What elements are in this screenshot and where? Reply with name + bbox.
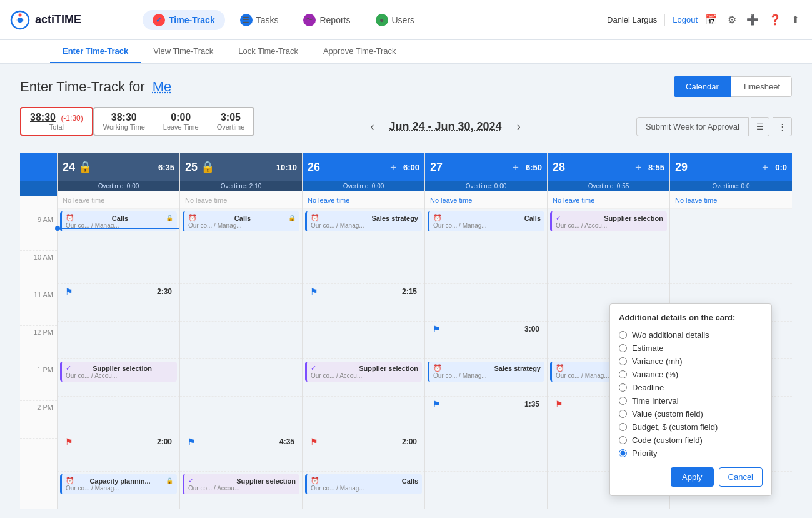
nav-timetrack-btn[interactable]: ✓ Time-Track	[143, 10, 225, 30]
apply-button[interactable]: Apply	[671, 467, 714, 487]
tasks-icon: ☰	[240, 14, 253, 26]
panel-title: Additional details on the card:	[619, 313, 763, 322]
nav-tasks-btn[interactable]: ☰ Tasks	[230, 10, 289, 30]
radio-input-0[interactable]	[619, 331, 627, 339]
nav-users-btn[interactable]: ● Users	[366, 10, 425, 30]
subnav-view-timetrack[interactable]: View Time-Track	[141, 40, 226, 63]
logout-link[interactable]: Logout	[673, 15, 698, 24]
day-slot-26-4: ✓ Supplier selection Our co... / Accou..…	[303, 359, 424, 397]
submit-week-btn[interactable]: Submit Week for Approval	[636, 117, 749, 136]
cancel-button[interactable]: Cancel	[719, 467, 763, 487]
day-slot-24-7: ⏰ Capacity plannin... 🔒 Our co... / Mana…	[58, 472, 179, 509]
radio-item-6[interactable]: Value (custom field)	[619, 407, 763, 420]
task-card-supplier-26[interactable]: ✓ Supplier selection Our co... / Accou..…	[305, 362, 422, 382]
day-add-btn-28[interactable]: ＋	[631, 161, 646, 174]
check-icon: ✓	[66, 364, 71, 372]
check-icon-26: ✓	[311, 364, 316, 372]
day-slot-29-0	[670, 209, 792, 246]
task-card-capacity-24[interactable]: ⏰ Capacity plannin... 🔒 Our co... / Mana…	[60, 474, 177, 494]
radio-label-8: Code (custom field)	[632, 435, 703, 445]
radio-input-4[interactable]	[619, 383, 627, 392]
radio-input-2[interactable]	[619, 357, 627, 365]
task-card-supplier-25[interactable]: ✓ Supplier selection Our co... / Accou..…	[183, 474, 299, 494]
day-slot-28-1	[548, 246, 669, 284]
subnav-lock-timetrack[interactable]: Lock Time-Track	[226, 40, 311, 63]
user-link[interactable]: Me	[153, 79, 172, 94]
radio-item-8[interactable]: Code (custom field)	[619, 434, 763, 447]
flag-blue-icon-26: ⚑	[310, 287, 318, 297]
day-leave-26[interactable]: No leave time	[303, 191, 424, 209]
radio-item-5[interactable]: Time Interval	[619, 394, 763, 407]
day-slot-24-1	[58, 246, 179, 284]
radio-item-9[interactable]: Priority	[619, 447, 763, 460]
flag-red-icon: ⚑	[65, 437, 73, 447]
clock-icon-25: ⏰	[188, 214, 197, 222]
subnav-approve-timetrack[interactable]: Approve Time-Track	[311, 40, 409, 63]
radio-label-3: Variance (%)	[632, 370, 678, 379]
help-icon-btn[interactable]: ❓	[766, 11, 784, 28]
radio-item-3[interactable]: Variance (%)	[619, 368, 763, 381]
settings-icon-btn[interactable]: ⚙	[725, 11, 739, 28]
radio-label-5: Time Interval	[632, 396, 679, 405]
radio-item-7[interactable]: Budget, $ (custom field)	[619, 420, 763, 434]
day-add-btn-27[interactable]: ＋	[508, 161, 523, 174]
task-card-calls-25[interactable]: ⏰ Calls 🔒 Our co... / Manag...	[183, 211, 299, 231]
day-slot-24-0: ⏰ Calls 🔒 Our co... / Manag...	[58, 209, 179, 246]
radio-input-1[interactable]	[619, 344, 627, 352]
task-card-sales-27[interactable]: ⏰ Sales strategy Our co... / Manag...	[428, 362, 544, 382]
radio-item-4[interactable]: Deadline	[619, 381, 763, 394]
day-leave-25: No leave time	[180, 191, 302, 209]
arrow-icon-btn[interactable]: ⬆	[789, 11, 802, 28]
subnav-enter-timetrack[interactable]: Enter Time-Track	[50, 40, 141, 63]
radio-input-6[interactable]	[619, 410, 627, 418]
calendar-icon-btn[interactable]: 📅	[703, 11, 720, 28]
day-leave-29[interactable]: No leave time	[670, 191, 792, 209]
prev-week-btn[interactable]: ‹	[366, 118, 379, 136]
radio-label-1: Estimate	[632, 343, 664, 353]
day-overtime-28: Overtime: 0:55	[548, 181, 669, 191]
submit-more-btn[interactable]: ☰	[751, 117, 769, 136]
day-add-btn-26[interactable]: ＋	[386, 161, 401, 174]
task-card-supplier-24[interactable]: ✓ Supplier selection Our co... / Accou..…	[60, 362, 177, 382]
clock-icon-26: ⏰	[311, 214, 319, 222]
radio-item-0[interactable]: W/o additional details	[619, 328, 763, 342]
day-slot-27-2	[425, 284, 547, 322]
stats-row: 38:30 (-1:30) Total 38:30 Working Time 0…	[20, 107, 254, 136]
lock-icon-25: 🔒	[288, 215, 296, 221]
panel-actions: Apply Cancel	[619, 467, 763, 487]
day-slot-26-5	[303, 397, 424, 434]
radio-input-9[interactable]	[619, 449, 627, 457]
add-icon-btn[interactable]: ➕	[744, 11, 761, 28]
next-week-btn[interactable]: ›	[512, 118, 526, 136]
more-options-btn[interactable]: ⋮	[773, 117, 792, 136]
flag-entry-24-2: ⚑ 2:30	[60, 285, 177, 298]
radio-input-8[interactable]	[619, 436, 627, 444]
radio-item-2[interactable]: Variance (mh)	[619, 355, 763, 368]
radio-input-5[interactable]	[619, 397, 627, 405]
timetrack-icon: ✓	[153, 14, 165, 26]
nav-reports-btn[interactable]: 〜 Reports	[293, 10, 360, 30]
time-label-12pm: 12 PM	[20, 326, 57, 363]
day-slot-26-0: ⏰ Sales strategy Our co... / Manag...	[303, 209, 424, 246]
day-add-btn-29[interactable]: ＋	[758, 161, 773, 174]
day-slot-27-3: ⚑ 3:00	[425, 322, 547, 359]
timesheet-view-btn[interactable]: Timesheet	[731, 76, 792, 97]
day-slot-29-1	[670, 246, 792, 284]
radio-item-1[interactable]: Estimate	[619, 342, 763, 355]
radio-input-3[interactable]	[619, 370, 627, 378]
task-card-sales-26[interactable]: ⏰ Sales strategy Our co... / Manag...	[305, 211, 422, 231]
day-overtime-25: Overtime: 2:10	[180, 181, 302, 191]
day-leave-28[interactable]: No leave time	[548, 191, 669, 209]
task-card-supplier-28[interactable]: ✓ Supplier selection Our co... / Accou..…	[550, 211, 667, 231]
day-slot-27-0: ⏰ Calls Our co... / Manag...	[425, 209, 547, 246]
day-leave-27[interactable]: No leave time	[425, 191, 547, 209]
calendar-view-btn[interactable]: Calendar	[674, 76, 731, 97]
task-card-calls-27[interactable]: ⏰ Calls Our co... / Manag...	[428, 211, 544, 231]
time-col-header	[20, 153, 57, 181]
time-label-2pm: 2 PM	[20, 401, 57, 439]
time-stats-group: 38:30 Working Time 0:00 Leave Time 3:05 …	[93, 107, 255, 136]
task-card-calls-26[interactable]: ⏰ Calls Our co... / Manag...	[305, 474, 422, 494]
day-slot-24-5	[58, 397, 179, 434]
radio-label-4: Deadline	[632, 383, 664, 392]
radio-input-7[interactable]	[619, 423, 627, 431]
